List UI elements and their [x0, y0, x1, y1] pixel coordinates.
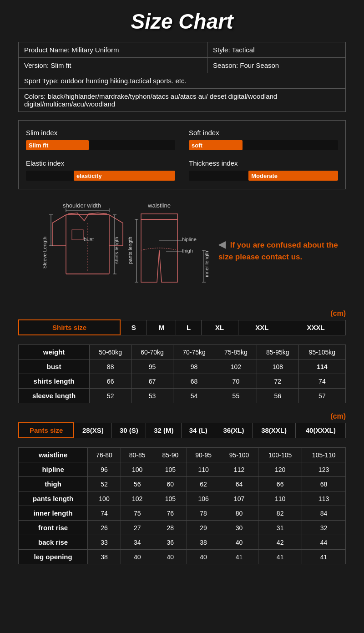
- pants-size-l: 34 (L): [182, 423, 215, 438]
- pants-size-table-header: Pants size 28(XS) 30 (S) 32 (M) 34 (L) 3…: [18, 422, 346, 438]
- pants-cell: 105: [154, 462, 187, 477]
- index-section: Slim index Slim fit Soft index soft El: [18, 120, 346, 189]
- pants-size-xl: 36(XL): [215, 423, 253, 438]
- product-colors: Colors: black/highlander/mardrake/typhon…: [19, 89, 346, 112]
- pants-data-row: leg opening38404040414141: [19, 550, 346, 564]
- pants-cell: 113: [302, 491, 346, 506]
- shirts-size-header: Shirts size: [19, 320, 120, 335]
- pants-row-label: leg opening: [19, 550, 88, 564]
- pants-cell: 60: [154, 477, 187, 491]
- pants-cell: 29: [187, 521, 220, 535]
- pants-cell: 82: [258, 506, 302, 521]
- thick-index-item: Thickness index Moderate: [189, 159, 338, 181]
- pants-data-row: hipline96100105110112120123: [19, 462, 346, 477]
- pants-cell: 28: [154, 521, 187, 535]
- shirts-cell: 67: [131, 374, 173, 389]
- shirts-data-row: bust889598102108114: [19, 360, 346, 374]
- pants-cell: 123: [302, 462, 346, 477]
- pants-row-label: back rise: [19, 535, 88, 550]
- pants-data-row: inner length74757678808284: [19, 506, 346, 521]
- shirts-data-table: weight50-60kg60-70kg70-75kg75-85kg85-95k…: [18, 344, 346, 403]
- pants-data-table: waistline76-8080-8585-9090-9595-100100-1…: [18, 447, 346, 564]
- pants-cell: 76-80: [88, 448, 121, 462]
- shirts-row-label: shirts length: [19, 374, 90, 389]
- shirts-cell: 95-105kg: [298, 345, 345, 360]
- shirts-cell: 72: [257, 374, 298, 389]
- slim-index-fill: Slim fit: [26, 140, 89, 150]
- shirts-cell: 55: [215, 389, 257, 403]
- shirt-size-m: M: [147, 320, 176, 335]
- shirts-cell: 53: [131, 389, 173, 403]
- pants-data-row: back rise33343638404244: [19, 535, 346, 550]
- slim-index-label: Slim index: [26, 129, 175, 137]
- product-row-2: Version: Slim fit Season: Four Season: [19, 58, 346, 73]
- pants-cell: 52: [88, 477, 121, 491]
- pants-cell: 105-110: [302, 448, 346, 462]
- shirts-cell: 60-70kg: [131, 345, 173, 360]
- pants-cell: 44: [302, 535, 346, 550]
- pants-cell: 40: [121, 550, 154, 564]
- shirts-cell: 57: [298, 389, 345, 403]
- product-row-4: Colors: black/highlander/mardrake/typhon…: [19, 89, 346, 112]
- shirts-row-label: sleeve length: [19, 389, 90, 403]
- index-grid: Slim index Slim fit Soft index soft El: [26, 129, 338, 181]
- pants-cell: 40: [220, 535, 258, 550]
- thigh-label: thigh: [182, 248, 193, 253]
- shirts-cm-label: (cm): [18, 309, 346, 318]
- pants-cell: 76: [154, 506, 187, 521]
- pants-header-row: Pants size 28(XS) 30 (S) 32 (M) 34 (L) 3…: [19, 423, 346, 438]
- shirts-cell: 56: [257, 389, 298, 403]
- shirts-cell: 50-60kg: [90, 345, 131, 360]
- slim-index-bar: Slim fit: [26, 140, 175, 150]
- product-info-table: Product Name: Military Uniform Style: Ta…: [18, 42, 346, 112]
- pants-row-label: inner length: [19, 506, 88, 521]
- title-section: Size Chart: [18, 9, 346, 34]
- svg-rect-1: [66, 215, 109, 274]
- pants-cell: 26: [88, 521, 121, 535]
- pants-row-label: pants length: [19, 491, 88, 506]
- shirt-size-xl: XL: [201, 320, 238, 335]
- pants-cell: 80-85: [121, 448, 154, 462]
- pants-rows-container: waistline76-8080-8585-9090-9595-100100-1…: [18, 447, 346, 564]
- shirts-size-table: Shirts size S M L XL XXL XXXL: [18, 319, 346, 335]
- slim-index-item: Slim index Slim fit: [26, 129, 175, 150]
- product-style: Style: Tactical: [207, 42, 346, 58]
- pants-cell: 120: [258, 462, 302, 477]
- pants-size-xxl: 38(XXL): [252, 423, 296, 438]
- pants-cell: 32: [302, 521, 346, 535]
- diagram-wrapper: shoulder width waistline: [18, 200, 209, 300]
- shirts-data-row: shirts length666768707274: [19, 374, 346, 389]
- pants-cell: 85-90: [154, 448, 187, 462]
- pants-cell: 56: [121, 477, 154, 491]
- product-season: Season: Four Season: [207, 58, 346, 73]
- pants-cell: 74: [88, 506, 121, 521]
- shirts-cell: 95: [131, 360, 173, 374]
- soft-index-bar: soft: [189, 140, 338, 150]
- shirts-cell: 102: [215, 360, 257, 374]
- pants-cell: 100-105: [258, 448, 302, 462]
- shirts-data-row: weight50-60kg60-70kg70-75kg75-85kg85-95k…: [19, 345, 346, 360]
- thick-index-bar: Moderate: [189, 171, 338, 181]
- pants-cell: 41: [220, 550, 258, 564]
- pants-cell: 75: [121, 506, 154, 521]
- shirts-cell: 74: [298, 374, 345, 389]
- pants-data-row: waistline76-8080-8585-9090-9595-100100-1…: [19, 448, 346, 462]
- page-wrapper: Size Chart Product Name: Military Unifor…: [0, 0, 364, 587]
- shirts-cell: 108: [257, 360, 298, 374]
- product-row-3: Sport Type: outdoor hunting hiking,tacti…: [19, 73, 346, 89]
- pants-cell: 38: [187, 535, 220, 550]
- pants-size-s: 30 (S): [112, 423, 146, 438]
- contact-text: ◀ If you are confused about the size ple…: [218, 238, 346, 263]
- soft-index-label: Soft index: [189, 129, 338, 137]
- pants-data-row: front rise26272829303132: [19, 521, 346, 535]
- soft-index-fill: soft: [189, 140, 243, 150]
- pants-size-m: 32 (M): [146, 423, 182, 438]
- thick-index-label: Thickness index: [189, 159, 338, 167]
- diagram-section: shoulder width waistline: [18, 200, 346, 300]
- pants-cell: 38: [88, 550, 121, 564]
- arrow-icon: ◀: [218, 239, 225, 249]
- pants-cell: 64: [220, 477, 258, 491]
- product-version: Version: Slim fit: [19, 58, 207, 73]
- elastic-index-bar: elasticity: [26, 171, 175, 181]
- shirts-cell: 54: [173, 389, 215, 403]
